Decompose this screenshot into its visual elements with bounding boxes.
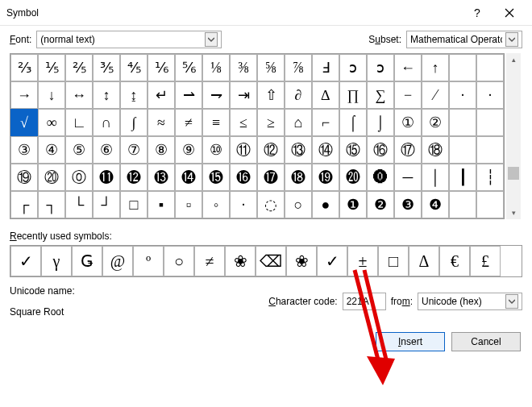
symbol-cell[interactable]: ┌ [10, 191, 38, 218]
chevron-down-icon[interactable] [505, 294, 518, 309]
recent-cell[interactable]: ❀ [225, 246, 256, 276]
symbol-cell[interactable]: ⇀ [175, 81, 202, 109]
symbol-cell[interactable] [449, 191, 476, 218]
symbol-cell[interactable]: ⅚ [175, 54, 202, 81]
symbol-cell[interactable]: ⑦ [120, 136, 148, 164]
recent-grid[interactable]: ✓γǤ@º○≠❀⌫❀✓±□Δ€£ [10, 245, 522, 277]
symbol-cell[interactable]: ⓬ [120, 164, 148, 191]
recent-cell[interactable]: ✓ [10, 246, 41, 276]
symbol-cell[interactable]: ≡ [202, 109, 230, 136]
symbol-cell[interactable] [476, 54, 504, 81]
symbol-cell[interactable]: ⑲ [10, 164, 38, 191]
symbol-cell[interactable]: ❷ [367, 191, 394, 218]
symbol-cell[interactable]: └ [65, 191, 93, 218]
symbol-cell[interactable]: ≈ [148, 109, 175, 136]
from-combo[interactable]: Unicode (hex) [418, 293, 522, 310]
symbol-cell[interactable]: √ [10, 109, 38, 136]
recent-cell[interactable]: □ [378, 246, 409, 276]
scroll-down-icon[interactable]: ▾ [506, 206, 521, 219]
symbol-cell[interactable]: ≥ [257, 109, 285, 136]
symbol-cell[interactable]: ◦ [202, 191, 230, 218]
symbol-cell[interactable]: ⑥ [93, 136, 120, 164]
symbol-cell[interactable]: ↔ [65, 81, 93, 109]
symbol-cell[interactable]: ④ [38, 136, 65, 164]
font-combo[interactable]: (normal text) [36, 31, 222, 48]
symbol-cell[interactable]: ─ [394, 164, 422, 191]
cancel-button[interactable]: Cancel [451, 332, 521, 351]
symbol-cell[interactable]: ⅜ [230, 54, 257, 81]
symbol-cell[interactable]: ⓯ [202, 164, 230, 191]
symbol-cell[interactable]: ⅖ [65, 54, 93, 81]
symbol-cell[interactable]: ⅗ [93, 54, 120, 81]
symbol-cell[interactable]: ○ [285, 191, 312, 218]
symbol-cell[interactable]: │ [422, 164, 449, 191]
symbol-cell[interactable]: ⓲ [285, 164, 312, 191]
recent-cell[interactable]: ✓ [317, 246, 347, 276]
scroll-track[interactable] [506, 66, 521, 206]
symbol-cell[interactable]: ∟ [65, 109, 93, 136]
recent-cell[interactable]: ❀ [286, 246, 317, 276]
symbol-cell[interactable]: ∆ [312, 81, 339, 109]
recent-cell[interactable]: € [439, 246, 470, 276]
scrollbar[interactable]: ▴ ▾ [506, 53, 521, 219]
symbol-cell[interactable]: ⓱ [257, 164, 285, 191]
insert-button[interactable]: Insert [376, 332, 445, 351]
recent-cell[interactable]: ≠ [194, 246, 225, 276]
symbol-cell[interactable]: ∩ [93, 109, 120, 136]
symbol-cell[interactable]: ⑳ [38, 164, 65, 191]
symbol-cell[interactable]: ↄ [339, 54, 367, 81]
help-button[interactable]: ? [461, 2, 493, 24]
symbol-cell[interactable] [476, 109, 504, 136]
symbol-cell[interactable]: ⑰ [394, 136, 422, 164]
symbol-cell[interactable]: ◌ [257, 191, 285, 218]
symbol-cell[interactable]: ← [394, 54, 422, 81]
symbol-cell[interactable]: ❶ [339, 191, 367, 218]
symbol-cell[interactable]: ↓ [38, 81, 65, 109]
symbol-cell[interactable]: ⑭ [312, 136, 339, 164]
symbol-cell[interactable]: · [476, 81, 504, 109]
symbol-cell[interactable]: ⓭ [148, 164, 175, 191]
recent-cell[interactable]: γ [41, 246, 72, 276]
symbol-cell[interactable]: ⑤ [65, 136, 93, 164]
symbol-cell[interactable]: ┃ [449, 164, 476, 191]
chevron-down-icon[interactable] [205, 32, 218, 47]
symbol-cell[interactable]: ∞ [38, 109, 65, 136]
symbol-cell[interactable]: ⑯ [367, 136, 394, 164]
symbol-cell[interactable]: ⇥ [230, 81, 257, 109]
symbol-cell[interactable]: ≤ [230, 109, 257, 136]
symbol-cell[interactable]: ⑪ [230, 136, 257, 164]
symbol-cell[interactable]: ⌂ [285, 109, 312, 136]
symbol-cell[interactable]: ⅙ [148, 54, 175, 81]
symbol-cell[interactable]: ┆ [476, 164, 504, 191]
symbol-cell[interactable]: ⅔ [10, 54, 38, 81]
symbol-cell[interactable]: ⇧ [257, 81, 285, 109]
recent-cell[interactable]: ⌫ [256, 246, 286, 276]
symbol-cell[interactable]: → [10, 81, 38, 109]
symbol-cell[interactable]: ⇁ [202, 81, 230, 109]
symbol-grid[interactable]: ⅔⅕⅖⅗⅘⅙⅚⅛⅜⅝⅞Ⅎↄↄ←↑→↓↔↕↨↵⇀⇁⇥⇧∂∆∏∑−∕∙·√∞∟∩∫≈… [10, 53, 505, 219]
symbol-cell[interactable]: ⌡ [367, 109, 394, 136]
symbol-cell[interactable]: ⅛ [202, 54, 230, 81]
symbol-cell[interactable]: ↕ [93, 81, 120, 109]
symbol-cell[interactable]: ▪ [148, 191, 175, 218]
symbol-cell[interactable]: ② [422, 109, 449, 136]
symbol-cell[interactable]: ⑫ [257, 136, 285, 164]
symbol-cell[interactable] [476, 136, 504, 164]
symbol-cell[interactable]: ⓴ [339, 164, 367, 191]
symbol-cell[interactable]: ∏ [339, 81, 367, 109]
symbol-cell[interactable]: ↄ [367, 54, 394, 81]
symbol-cell[interactable]: ⓳ [312, 164, 339, 191]
symbol-cell[interactable]: ⑧ [148, 136, 175, 164]
symbol-cell[interactable]: ∫ [120, 109, 148, 136]
symbol-cell[interactable] [449, 54, 476, 81]
symbol-cell[interactable] [476, 191, 504, 218]
symbol-cell[interactable]: ⑮ [339, 136, 367, 164]
subset-combo[interactable]: Mathematical Operators [406, 31, 522, 48]
symbol-cell[interactable]: ⌠ [339, 109, 367, 136]
charcode-input[interactable]: 221A [343, 293, 386, 310]
symbol-cell[interactable]: ┘ [93, 191, 120, 218]
close-button[interactable] [493, 2, 526, 24]
symbol-cell[interactable]: ⓿ [367, 164, 394, 191]
symbol-cell[interactable]: ∂ [285, 81, 312, 109]
symbol-cell[interactable]: □ [120, 191, 148, 218]
